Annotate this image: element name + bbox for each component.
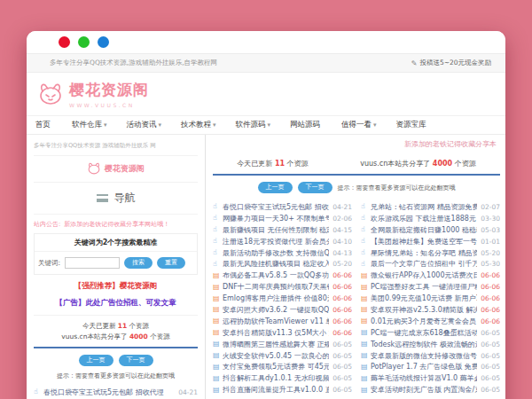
list-item[interactable]: ☝ 春悦口袋夺宝王试玩5元包邮 招收代理 04-21 [213, 201, 352, 213]
list-item[interactable]: ☝ 网赚暴力项目一天30+ 不限制单号机遇上车 02-06 [213, 213, 352, 224]
chevron-down-icon: ▾ [159, 121, 162, 129]
list-item[interactable]: ▤ Todesk远程控制软件 极致流畅的远程协助工具 06-05 [361, 339, 500, 350]
list-item[interactable]: ▤ 安卓双开神器v2.5.3.0精简版 解决多账号切换 06-06 [361, 304, 500, 316]
list-item[interactable]: ☝ 最后一个文章广告位招租中 引千万流 聚八方 05-30 [361, 258, 500, 270]
nav-item-label: 软件仓库 [72, 120, 102, 130]
search-reset-button[interactable]: 重置 [157, 257, 185, 269]
nav-item[interactable]: 软件源码 ▾ [236, 120, 271, 130]
list-item[interactable]: ▤ 安卓最新版的微信支持修改微信号了! iOS版 06-05 [361, 350, 500, 362]
resource-title: 安卓活动时刻无广告版 内置淘金/京东/苏宁/拍 [371, 385, 477, 395]
list-item[interactable]: ▤ Emlog博客用户注册插件 价值80元免费分享 06-06 [213, 293, 352, 304]
nav-item[interactable]: 首页 [35, 120, 52, 130]
doc-icon: ▤ [361, 306, 371, 313]
doc-icon: ▤ [361, 317, 371, 325]
site-notice: 站内公告: 新添加的老铁记得收藏分享本网站哦！ [34, 215, 198, 233]
thumb-up-icon: ☝ [361, 215, 371, 222]
list-item[interactable]: ▤ 微众银行APP存入1000元话费次日可以领福利 06-06 [361, 270, 500, 281]
announcement-bar: 多年专注分享QQ技术资源,游戏辅助外挂娱乐,自学教程网 ✎ 投稿送5~20元现金… [27, 53, 505, 73]
resource-date: 06-05 [332, 374, 352, 382]
search-panel: 关键词为2个字搜索最精准 关键词: 搜索 重置 [34, 233, 198, 275]
search-input[interactable] [65, 257, 120, 269]
nav-item[interactable]: 活动资讯 ▾ [127, 120, 162, 130]
nav-item[interactable]: 值得一看 ▾ [341, 120, 377, 130]
nav-item[interactable]: 软件仓库 ▾ [72, 120, 107, 130]
list-item[interactable]: ▤ PotPlayer 1.7 去广告绿色版 免费全能影音播 06-05 [361, 361, 500, 372]
nav-item-label: 网站源码 [290, 120, 320, 130]
list-item[interactable]: ☝ 注册送18元零投资做代理 新会员分红拿1000 04-10 [213, 236, 352, 247]
list-item[interactable]: ☝ 最新赚钱项目 无任何性别限制 稳定日赚300 04-15 [213, 224, 352, 236]
resource-title: 安卓闪照大师v3.6.2 一键提取QQ好友发的闪照 [223, 305, 329, 315]
list-item[interactable]: ▤ DNF十二周年庆典预约领取7天黑钻 国庆用户 06-06 [213, 281, 352, 293]
ad-slot-link[interactable]: 【广告】此处广告位招租、可发文章 [34, 294, 198, 316]
list-item[interactable]: ▤ 支付宝免费领取5元话费券 可45元充值三网50 06-05 [213, 361, 352, 372]
list-item[interactable]: ☝ 兄弟站：钻石资源网 精品资源免费分享基地 02-07 [361, 201, 500, 213]
window-maximize-button[interactable] [98, 36, 109, 48]
nav-item-label: 首页 [35, 120, 51, 130]
list-item[interactable]: ▤ 火绒安全软件v5.0.45 一款良心的国产安全软件 06-05 [213, 350, 352, 362]
page-content: 多年专注分享QQ技术资源 游戏辅助外挂娱乐 网 樱花资源阁 导航 [27, 135, 505, 399]
list-item[interactable]: ▤ 安卓抖音精简版v11.3 仅5M大小 支持账号登录 06-06 [213, 327, 352, 339]
resource-title: 微众银行APP存入1000元话费次日可以领福利 [371, 270, 477, 280]
list-item[interactable]: ☝ 欢乐游戏乐园 下载注册送1888元 官方合作 03-30 [361, 213, 500, 224]
resource-title: 安卓抖音精简版v11.3 仅5M大小 支持账号登录 [223, 328, 329, 338]
list-item[interactable]: ▤ 0.01元购买3个月爱奇艺黄金会员 仅限京东plus 06-06 [361, 316, 500, 327]
window-minimize-button[interactable] [78, 36, 90, 48]
list-item[interactable]: ▤ 安卓闪照大师v3.6.2 一键提取QQ好友发的闪照 06-06 [213, 304, 352, 316]
chevron-down-icon: ▾ [104, 121, 107, 129]
resource-date: 06-05 [481, 340, 500, 348]
doc-icon: ▤ [361, 295, 371, 302]
list-item[interactable]: ▤ PC端强整好友工具 一键清理僵尸粉整理专家 效 06-06 [361, 281, 500, 293]
sidebar-logo[interactable]: 樱花资源阁 [34, 156, 198, 183]
recommend-link[interactable]: 【强烈推荐】樱花资源阁 [34, 275, 198, 294]
today-updated-stat: 今天已更新 11 个资源 [82, 322, 149, 331]
prev-page-button[interactable]: 上一页 [79, 355, 113, 366]
search-submit-button[interactable]: 搜索 [124, 257, 153, 269]
resource-title: 安卓双开神器v2.5.3.0精简版 解决多账号切换 [371, 305, 477, 315]
doc-icon: ▤ [213, 295, 223, 302]
nav-item[interactable]: 网站源码 [290, 120, 322, 130]
doc-icon: ▤ [361, 387, 371, 394]
list-item[interactable]: ☝ 春悦口袋夺宝王试玩5元包邮 招收代理 04-21 [34, 387, 198, 398]
list-item[interactable]: ▤ 布偶必备工具v5.8.5 一款QQ多功能工具软件 06-06 [213, 270, 352, 281]
resource-title: 最新活动助手修改步数 支持微信QQ+ZFB步 [223, 248, 329, 258]
nav-item[interactable]: 技术教程 ▾ [181, 120, 216, 130]
list-item[interactable]: ☝ 星际情兄弟站：知名分享吧 精品资源分享基地 05-20 [361, 247, 500, 259]
nav-item[interactable]: 资源宝库 [396, 120, 428, 130]
list-item[interactable]: ▤ PC端一键完成京东618叠蛋糕活动任务工具 06-05 [361, 327, 500, 339]
chevron-down-icon: ▾ [213, 121, 216, 129]
next-page-button[interactable]: 下一页 [298, 182, 332, 193]
resource-date: 06-06 [481, 271, 500, 279]
list-item[interactable]: ▤ 美团0.99元充值10元话费 新用户10元话费秒到 06-06 [361, 293, 500, 304]
prev-page-button[interactable]: 上一页 [258, 182, 293, 193]
resource-title: 美团0.99元充值10元话费 新用户10元话费秒到 [371, 293, 477, 303]
site-logo-title[interactable]: 樱花资源阁 [69, 80, 149, 100]
mobile-nav-toggle[interactable]: 导航 [34, 183, 198, 215]
window-close-button[interactable] [59, 36, 70, 48]
next-page-button[interactable]: 下一页 [119, 355, 153, 366]
list-item[interactable]: ☝ 最新无风险挂机赚钱项目 稳定收入200-500元 05-20 [213, 258, 352, 270]
thumb-up-icon: ☝ [213, 203, 223, 210]
list-item[interactable]: ☝ 全网最新稳定搬砖日赚1000 稳稳稳 05-03 [361, 224, 500, 236]
resource-date: 06-06 [481, 294, 500, 302]
list-item[interactable]: ▤ 薅羊毛活动线报计算器V1.0 薅羊必备的一款软 06-05 [361, 372, 500, 384]
list-item[interactable]: ▤ 抖音直播间流量提升工具v1.0.0 直播间自动发 06-05 [213, 384, 352, 395]
list-item[interactable]: ☝ 最新活动助手修改步数 支持微信QQ+ZFB步 04-13 [213, 247, 352, 259]
resource-title: 最新无风险挂机赚钱项目 稳定收入200-500元 [223, 259, 329, 269]
resource-date: 05-30 [481, 260, 500, 268]
list-item[interactable]: ▤ 安卓活动时刻无广告版 内置淘金/京东/苏宁/拍 06-05 [361, 384, 500, 395]
list-item[interactable]: ▤ 远程协助软件TeamViewer v11 单文件版 方便 06-06 [213, 316, 352, 327]
list-item[interactable]: ▤ 抖音解析工具dy1.0.1 无水印视频一键解析软件 06-05 [213, 372, 352, 384]
hamburger-icon [97, 194, 108, 202]
thumb-up-icon: ☝ [213, 215, 223, 222]
resource-date: 06-06 [481, 283, 500, 291]
resource-date: 06-05 [481, 374, 500, 382]
submit-reward-link[interactable]: ✎ 投稿送5~20元现金奖励 [411, 59, 491, 67]
resource-date: 05-03 [481, 226, 500, 234]
resource-date: 06-06 [481, 317, 500, 325]
total-shared-stat: vuus.cn本站共分享了 4000 个资源 [360, 159, 475, 168]
doc-icon: ▤ [361, 340, 371, 348]
resource-title: 薅羊毛活动线报计算器V1.0 薅羊必备的一款软 [371, 373, 477, 383]
list-item[interactable]: ☝ 【美团超神赶集】免费送空军一号至成1970 01-01 [361, 236, 500, 247]
site-tagline: 多年专注分享QQ技术资源,游戏辅助外挂娱乐,自学教程网 [50, 59, 217, 67]
list-item[interactable]: ▤ 微博晒圈第三届性感尬舞大赛 正规美图哪家强 06-05 [213, 339, 352, 350]
